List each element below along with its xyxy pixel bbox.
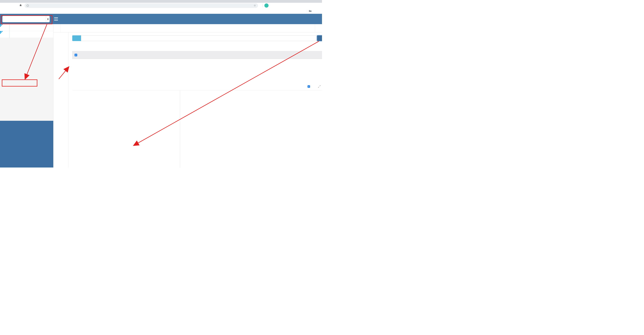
params-table: ✓ <box>72 51 322 59</box>
view-mode-tabs <box>54 32 68 168</box>
browser-tabstrip <box>0 0 322 3</box>
show-desc-checkbox[interactable]: ✓ <box>308 85 310 88</box>
toolbar-divider <box>262 4 263 7</box>
document-tabbar <box>54 24 322 32</box>
address-bar[interactable]: i ☆ <box>24 3 258 8</box>
browser-toolbar: i ☆ <box>0 3 322 8</box>
col-param-value <box>175 51 322 59</box>
bookmarks-bar <box>0 8 322 14</box>
app-header <box>0 14 322 24</box>
params-table-header: ✓ <box>72 51 322 59</box>
http-method-chip <box>72 35 81 41</box>
other-bookmarks[interactable] <box>307 10 317 12</box>
debug-panel: ✓ ✓ ↗↙ <box>68 32 322 168</box>
collapse-tabs-icon[interactable] <box>54 24 61 32</box>
fullscreen-icon[interactable]: ↗↙ <box>318 85 320 88</box>
folder-icon <box>309 10 312 12</box>
col-param-type <box>83 51 111 59</box>
menu-toggle-icon[interactable] <box>54 18 58 20</box>
sidebar-item-get-verify-token[interactable]: NEW <box>0 31 53 38</box>
col-param-name <box>111 51 175 59</box>
response-meta: ✓ ↗↙ <box>308 82 320 90</box>
home-icon[interactable] <box>18 4 24 7</box>
response-editor[interactable] <box>72 90 322 168</box>
send-button[interactable] <box>317 35 322 41</box>
profile-avatar[interactable] <box>264 4 268 8</box>
expand-tabs-icon[interactable] <box>315 24 322 32</box>
select-all-checkbox[interactable]: ✓ <box>74 54 77 56</box>
sidebar-item-post-login[interactable]: NEW <box>0 24 53 31</box>
response-tabbar: ✓ ↗↙ <box>72 82 322 90</box>
request-path-field[interactable] <box>81 35 316 41</box>
module-select[interactable] <box>2 16 50 22</box>
page-info-icon[interactable]: i <box>26 4 29 7</box>
select-stepper-icon <box>46 16 50 22</box>
sidebar: NEW NEW <box>0 24 54 168</box>
bookmark-star-icon[interactable]: ☆ <box>254 4 256 7</box>
browser-window: i ☆ NEW <box>0 0 322 168</box>
